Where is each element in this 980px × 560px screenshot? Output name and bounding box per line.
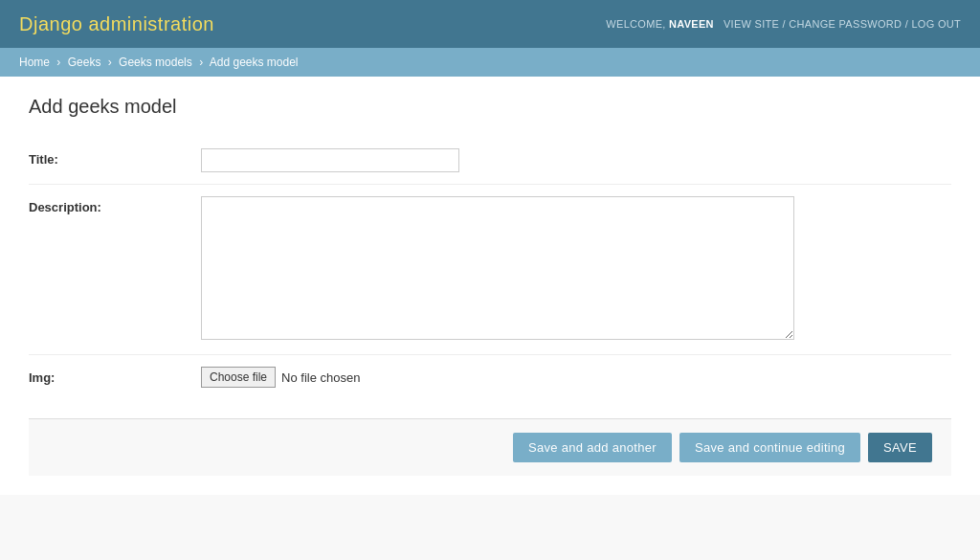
header: Django administration WELCOME, NAVEEN VI… — [0, 0, 980, 48]
description-field-box — [201, 196, 951, 343]
title-field-box — [201, 148, 951, 172]
breadcrumb-separator-1: › — [56, 56, 60, 69]
form-row-img: Img: Choose file No file chosen — [29, 354, 951, 399]
log-out-link[interactable]: LOG OUT — [911, 18, 961, 30]
description-label: Description: — [29, 196, 201, 214]
description-textarea[interactable] — [201, 196, 794, 340]
change-password-link[interactable]: CHANGE PASSWORD — [789, 18, 902, 30]
site-title: Django administration — [19, 13, 214, 35]
no-file-text: No file chosen — [281, 370, 360, 385]
breadcrumb: Home › Geeks › Geeks models › Add geeks … — [0, 48, 980, 77]
form-row-title: Title: — [29, 137, 951, 184]
title-label: Title: — [29, 148, 201, 167]
file-input-wrapper: Choose file No file chosen — [201, 367, 951, 388]
title-input[interactable] — [201, 148, 459, 172]
breadcrumb-home[interactable]: Home — [19, 56, 50, 69]
welcome-prefix: WELCOME, — [606, 18, 665, 30]
user-tools: WELCOME, NAVEEN VIEW SITE / CHANGE PASSW… — [606, 18, 961, 30]
img-field-box: Choose file No file chosen — [201, 367, 951, 388]
form-module: Title: Description: Img: Choose file No … — [29, 137, 951, 399]
form-row-description: Description: — [29, 184, 951, 354]
breadcrumb-separator-3: › — [199, 56, 203, 69]
breadcrumb-current: Add geeks model — [210, 56, 299, 69]
save-add-another-button[interactable]: Save and add another — [513, 433, 672, 462]
choose-file-button[interactable]: Choose file — [201, 367, 276, 388]
username: NAVEEN — [669, 18, 714, 30]
breadcrumb-separator-2: › — [108, 56, 112, 69]
breadcrumb-model-list[interactable]: Geeks models — [119, 56, 192, 69]
save-continue-button[interactable]: Save and continue editing — [679, 433, 860, 462]
submit-row: Save and add another Save and continue e… — [29, 418, 951, 476]
img-label: Img: — [29, 367, 201, 385]
view-site-link[interactable]: VIEW SITE — [724, 18, 779, 30]
content-main: Add geeks model Title: Description: Img:… — [0, 77, 980, 495]
page-title: Add geeks model — [29, 96, 951, 118]
save-button[interactable]: SAVE — [868, 433, 932, 462]
breadcrumb-app[interactable]: Geeks — [68, 56, 101, 69]
